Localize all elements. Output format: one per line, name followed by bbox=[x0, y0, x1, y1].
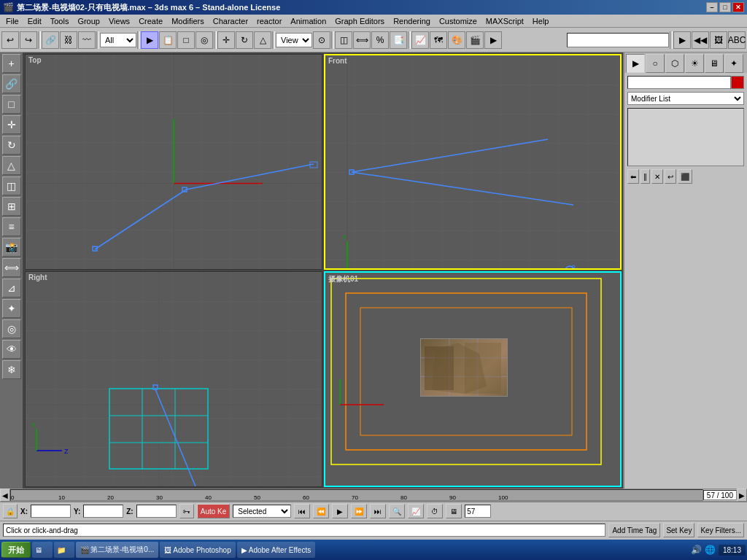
timeline-right-arrow[interactable]: ▶ bbox=[737, 489, 747, 502]
selection-filter-dropdown[interactable]: All Geometry Shapes Lights Cameras bbox=[100, 33, 136, 47]
play-button[interactable]: ▶ bbox=[332, 504, 348, 518]
material-editor-btn[interactable]: 🎨 bbox=[448, 31, 465, 49]
viewport-front[interactable]: Front X Y bbox=[324, 54, 622, 270]
key-filters-button[interactable]: Key Filters... bbox=[697, 523, 744, 537]
curve-editor-btn[interactable]: 📈 bbox=[411, 31, 429, 49]
scale-button[interactable]: △ bbox=[254, 31, 271, 49]
minimize-button[interactable]: – bbox=[706, 2, 718, 12]
go-to-start-button[interactable]: ⏮ bbox=[294, 504, 310, 518]
rp-btn-options[interactable]: ⬛ bbox=[678, 169, 692, 184]
select-region-button[interactable]: □ bbox=[177, 31, 195, 49]
mirror-button[interactable]: ◫ bbox=[335, 31, 352, 49]
unlink-button[interactable]: ⛓ bbox=[60, 31, 77, 49]
prev-frame-button[interactable]: ⏪ bbox=[313, 504, 329, 518]
spacing-btn[interactable]: ≡ bbox=[2, 217, 21, 236]
timeline-left-arrow[interactable]: ◀ bbox=[0, 489, 10, 502]
rp-tab-create[interactable]: ▶ bbox=[626, 54, 645, 73]
abc-btn[interactable]: ABC bbox=[728, 31, 746, 49]
schematic-btn[interactable]: 🗺 bbox=[430, 31, 447, 49]
menu-graph-editors[interactable]: Graph Editors bbox=[330, 16, 389, 26]
move-button[interactable]: ✛ bbox=[217, 31, 235, 49]
rp-color-swatch[interactable] bbox=[731, 76, 744, 89]
menu-modifiers[interactable]: Modifiers bbox=[167, 16, 209, 26]
viewport-config-button[interactable]: 🖥 bbox=[446, 504, 462, 518]
taskbar-photoshop[interactable]: 🖼 Adobe Photoshop bbox=[160, 542, 236, 558]
select-name-button[interactable]: 📋 bbox=[159, 31, 177, 49]
menu-help[interactable]: Help bbox=[528, 16, 554, 26]
add-time-tag-button[interactable]: Add Time Tag bbox=[608, 523, 660, 537]
menu-character[interactable]: Character bbox=[209, 16, 252, 26]
quick-render-btn[interactable]: ▶ bbox=[484, 31, 502, 49]
next-frame-button[interactable]: ⏩ bbox=[351, 504, 367, 518]
snapshot-btn[interactable]: 📸 bbox=[2, 238, 21, 257]
freeze-sel-btn[interactable]: ❄ bbox=[2, 360, 21, 379]
render-final-btn[interactable]: 🖼 bbox=[710, 31, 727, 49]
percent-btn[interactable]: % bbox=[371, 31, 389, 49]
anim-btn2[interactable]: ◀◀ bbox=[692, 31, 709, 49]
array-btn[interactable]: ⊞ bbox=[2, 197, 21, 216]
mirror-lt-btn[interactable]: ◫ bbox=[2, 176, 21, 195]
select-button[interactable]: ▶ bbox=[141, 31, 158, 49]
viewport-right[interactable]: Right Z Y bbox=[25, 271, 322, 487]
rp-tab-hierarchy[interactable]: ⬡ bbox=[665, 54, 684, 73]
menu-reactor[interactable]: reactor bbox=[252, 16, 286, 26]
go-to-end-button[interactable]: ⏭ bbox=[370, 504, 386, 518]
y-coord-input[interactable] bbox=[83, 505, 123, 518]
link-btn[interactable]: 🔗 bbox=[2, 74, 21, 93]
menu-maxscript[interactable]: MAXScript bbox=[481, 16, 528, 26]
menu-group[interactable]: Group bbox=[73, 16, 104, 26]
lock-button[interactable]: 🔒 bbox=[3, 504, 18, 518]
select-region2-button[interactable]: ◎ bbox=[196, 31, 213, 49]
rp-search-input[interactable] bbox=[627, 76, 731, 89]
rp-tab-modify[interactable]: ○ bbox=[646, 54, 665, 73]
move-lt-btn[interactable]: ✛ bbox=[2, 115, 21, 134]
rotate-lt-btn[interactable]: ↻ bbox=[2, 136, 21, 155]
menu-file[interactable]: File bbox=[1, 16, 23, 26]
select-link-button[interactable]: 🔗 bbox=[42, 31, 59, 49]
reference-coord-dropdown[interactable]: View World Local Screen bbox=[276, 33, 312, 47]
rp-tab-display[interactable]: 🖥 bbox=[705, 54, 724, 73]
x-coord-input[interactable] bbox=[31, 505, 71, 518]
taskbar-3ds-max[interactable]: 🎬 第二场景-电视墙0... bbox=[76, 542, 158, 558]
set-key-button[interactable]: Set Key bbox=[663, 523, 694, 537]
place-highlight-btn[interactable]: ✦ bbox=[2, 299, 21, 318]
rp-btn-back[interactable]: ⬅ bbox=[627, 169, 639, 184]
selected-dropdown[interactable]: Selected bbox=[233, 505, 291, 518]
scale-lt-btn[interactable]: △ bbox=[2, 156, 21, 175]
maximize-button[interactable]: □ bbox=[719, 2, 731, 12]
taskbar-after-effects[interactable]: ▶ Adobe After Effects bbox=[237, 542, 315, 558]
taskbar-item-2[interactable]: 📁 bbox=[54, 542, 74, 558]
close-button[interactable]: ✕ bbox=[732, 2, 744, 12]
mini-curve-button[interactable]: 📈 bbox=[408, 504, 424, 518]
zoom-extents-button[interactable]: 🔍 bbox=[389, 504, 405, 518]
menu-create[interactable]: Create bbox=[134, 16, 167, 26]
menu-rendering[interactable]: Rendering bbox=[389, 16, 435, 26]
modifier-list-dropdown[interactable]: Modifier List bbox=[627, 92, 744, 105]
rp-btn-pin[interactable]: ‖ bbox=[640, 169, 650, 184]
isolate-sel-btn[interactable]: ◎ bbox=[2, 319, 21, 338]
render-scene-btn[interactable]: 🎬 bbox=[466, 31, 484, 49]
pivot-button[interactable]: ⊙ bbox=[313, 31, 330, 49]
rp-btn-copy[interactable]: ↩ bbox=[665, 169, 676, 184]
viewport-top[interactable]: Top bbox=[25, 54, 322, 270]
current-frame-input[interactable] bbox=[465, 505, 491, 518]
layer-btn[interactable]: 📑 bbox=[390, 31, 407, 49]
z-coord-input[interactable] bbox=[136, 505, 177, 518]
create-btn[interactable]: + bbox=[2, 54, 21, 73]
menu-edit[interactable]: Edit bbox=[23, 16, 46, 26]
undo-button[interactable]: ↩ bbox=[1, 31, 19, 49]
play-anim-btn[interactable]: ▶ bbox=[673, 31, 691, 49]
align-lt-btn[interactable]: ⟺ bbox=[2, 258, 21, 277]
key-icon-button[interactable]: 🗝 bbox=[179, 504, 194, 518]
bind-space-warp-button[interactable]: 〰 bbox=[78, 31, 96, 49]
viewport-camera[interactable]: 摄像机01 bbox=[324, 271, 622, 487]
normal-align-btn[interactable]: ⊿ bbox=[2, 279, 21, 298]
rp-tab-motion[interactable]: ☀ bbox=[685, 54, 704, 73]
time-config-button[interactable]: ⏱ bbox=[427, 504, 443, 518]
auto-key-button[interactable]: Auto Ke bbox=[197, 504, 231, 518]
named-selection-input[interactable] bbox=[567, 33, 669, 47]
start-button[interactable]: 开始 bbox=[1, 542, 31, 558]
redo-button[interactable]: ↪ bbox=[20, 31, 37, 49]
rotate-button[interactable]: ↻ bbox=[236, 31, 253, 49]
selection-set-btn[interactable]: □ bbox=[2, 95, 21, 114]
